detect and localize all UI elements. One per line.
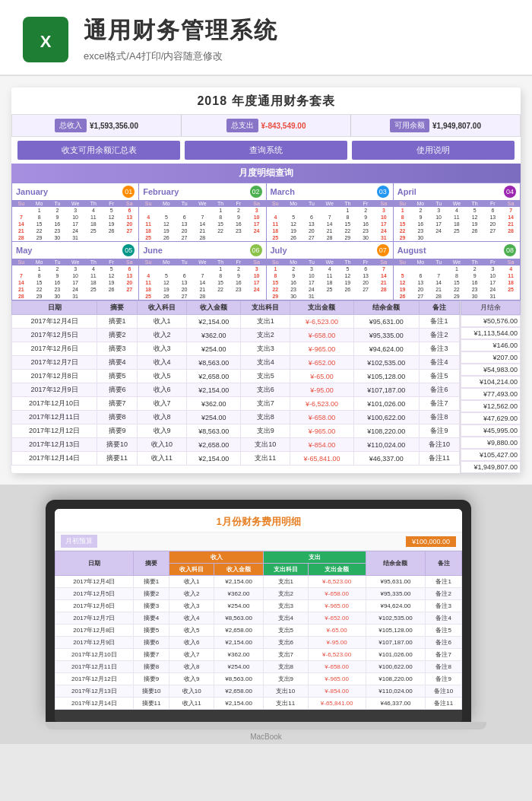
side-balance-column: 月结余 ¥50,576.00¥1,113,544.00¥146.00¥207.0… — [460, 300, 521, 473]
calendar-march: March 03 SuMoTu WeThFr Sa ----123 456789… — [267, 183, 393, 241]
inner-table-cell: 2017年12月11日 — [55, 661, 134, 673]
inner-col-income-subject: 收入科目 — [169, 564, 214, 576]
nav-btn-guide[interactable]: 使用说明 — [352, 141, 515, 160]
table-cell: ¥2,658.00 — [187, 370, 241, 383]
app-title: 通用财务管理系统 — [84, 15, 278, 46]
table-cell: ¥-65,841.00 — [290, 452, 353, 466]
table-cell: ¥8,563.00 — [187, 424, 241, 438]
table-cell: ¥-65.00 — [290, 370, 353, 383]
data-table-section: 日期 摘要 收入科目 收入金额 支出科目 支出金额 结余金额 备注 2017年1… — [11, 300, 521, 473]
inner-table-cell: ¥-65,841.00 — [308, 698, 366, 710]
col-expense-amount: 支出金额 — [290, 301, 353, 315]
expense-label: 总支出 — [226, 119, 258, 132]
nav-buttons: 收支可用余额汇总表 查询系统 使用说明 — [11, 137, 521, 164]
inner-table-cell: 支出10 — [263, 685, 308, 698]
table-cell: ¥2,658.00 — [187, 438, 241, 452]
income-summary: 总收入 ¥1,593,356.00 — [12, 115, 182, 136]
inner-table-cell: 备注2 — [426, 588, 462, 600]
spreadsheet-card-container: 2018 年度通用财务套表 总收入 ¥1,593,356.00 总支出 ¥-84… — [0, 76, 532, 485]
laptop-screen: 1月份财务费用明细 月初预算 ¥100,000.00 日期 摘要 收入 支出 — [55, 509, 462, 710]
table-cell: 备注11 — [419, 452, 459, 466]
side-value-item: ¥50,576.00 — [461, 315, 521, 327]
main-data-table: 日期 摘要 收入科目 收入金额 支出科目 支出金额 结余金额 备注 2017年1… — [11, 300, 460, 473]
calendar-august: August 08 SuMoTu WeThFr Sa ---1234 56789… — [394, 242, 520, 300]
table-cell: 支出8 — [241, 411, 290, 424]
table-cell: ¥102,535.00 — [353, 356, 419, 370]
table-cell: 摘要10 — [97, 438, 138, 452]
inner-table-cell: 备注11 — [426, 698, 462, 710]
side-value-item: ¥9,880.00 — [461, 437, 521, 449]
inner-table-cell: 备注3 — [426, 600, 462, 612]
inner-table-cell: ¥100,622.00 — [366, 661, 426, 673]
nav-btn-summary[interactable]: 收支可用余额汇总表 — [17, 141, 180, 160]
mar-num: 03 — [377, 186, 389, 198]
table-cell: ¥110,024.00 — [353, 438, 419, 452]
inner-table-cell: 备注8 — [426, 661, 462, 673]
may-num: 05 — [122, 244, 135, 256]
side-header: 月结余 — [461, 300, 521, 315]
inner-table-cell: 2017年12月8日 — [55, 625, 134, 637]
inner-table-cell: 收入3 — [169, 600, 214, 612]
nav-btn-query[interactable]: 查询系统 — [185, 141, 347, 160]
inner-table-cell: 备注10 — [426, 685, 462, 698]
inner-table-cell: ¥-65.00 — [308, 625, 366, 637]
table-cell: 支出1 — [241, 315, 290, 329]
may-name: May — [16, 246, 32, 255]
table-cell: 支出5 — [241, 370, 290, 383]
calendar-july: July 07 SuMoTu WeThFr Sa 1234567 8910111… — [267, 242, 393, 300]
jun-num: 06 — [250, 244, 262, 256]
inner-table-cell: 收入11 — [169, 698, 214, 710]
table-cell: 2017年12月4日 — [12, 315, 97, 329]
table-cell: 摘要7 — [97, 397, 138, 411]
table-cell: 备注6 — [419, 383, 459, 397]
table-cell: 备注1 — [419, 315, 459, 329]
table-cell: 2017年12月12日 — [12, 424, 97, 438]
side-value-item: ¥45,995.00 — [461, 424, 521, 437]
side-value-item: ¥105,427.00 — [461, 449, 521, 461]
laptop-section: 1月份财务费用明细 月初预算 ¥100,000.00 日期 摘要 收入 支出 — [0, 485, 532, 744]
inner-col-expense-amount: 支出金额 — [308, 564, 366, 576]
table-cell: 支出2 — [241, 329, 290, 342]
table-cell: 2017年12月10日 — [12, 397, 97, 411]
inner-table-cell: 收入9 — [169, 673, 214, 685]
inner-table-cell: 支出3 — [263, 600, 308, 612]
inner-col-date: 日期 — [55, 551, 134, 576]
inner-table-cell: 支出5 — [263, 625, 308, 637]
table-cell: 收入8 — [138, 411, 187, 424]
mar-name: March — [271, 187, 295, 196]
table-cell: ¥2,154.00 — [187, 452, 241, 466]
table-cell: ¥108,220.00 — [353, 424, 419, 438]
jun-name: June — [143, 246, 163, 255]
apr-num: 04 — [504, 186, 516, 198]
side-value-item: ¥146.00 — [461, 339, 521, 351]
col-date: 日期 — [12, 301, 97, 315]
income-label: 总收入 — [55, 119, 87, 132]
budget-row: 月初预算 ¥100,000.00 — [55, 532, 462, 551]
table-cell: 收入11 — [138, 452, 187, 466]
inner-table-cell: ¥-658.00 — [308, 661, 366, 673]
apr-name: April — [397, 187, 416, 196]
table-cell: 支出9 — [241, 424, 290, 438]
table-cell: ¥2,154.00 — [187, 315, 241, 329]
inner-table-cell: ¥-6,523.00 — [308, 576, 366, 588]
inner-col-summary: 摘要 — [133, 551, 169, 576]
table-cell: ¥-658.00 — [290, 411, 353, 424]
inner-table-cell: ¥94,624.00 — [366, 600, 426, 612]
inner-col-expense-group: 支出 — [263, 551, 366, 564]
col-summary: 摘要 — [97, 301, 138, 315]
inner-table-cell: 摘要4 — [133, 612, 169, 625]
inner-table-cell: ¥2,154.00 — [214, 576, 264, 588]
inner-table-cell: ¥95,335.00 — [366, 588, 426, 600]
budget-label: 月初预算 — [61, 535, 97, 548]
inner-table-cell: ¥-658.00 — [308, 588, 366, 600]
balance-label: 可用余额 — [390, 119, 429, 132]
table-cell: 摘要1 — [97, 315, 138, 329]
inner-table-cell: 支出1 — [263, 576, 308, 588]
table-cell: 备注2 — [419, 329, 459, 342]
table-cell: ¥-6,523.00 — [290, 315, 353, 329]
inner-table-cell: ¥362.00 — [214, 588, 264, 600]
col-note: 备注 — [419, 301, 459, 315]
table-cell: 备注8 — [419, 411, 459, 424]
expense-value: ¥-843,549.00 — [261, 122, 306, 130]
inner-table-cell: ¥-95.00 — [308, 637, 366, 649]
